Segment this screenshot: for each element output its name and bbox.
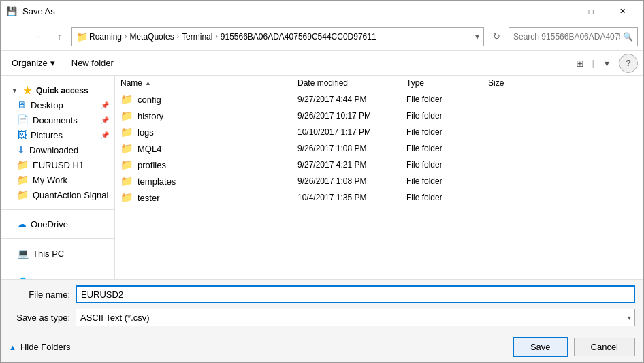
sidebar-item-quantaction[interactable]: 📁 QuantAction Signal <box>1 187 114 202</box>
quick-access-icon: ★ <box>23 85 32 96</box>
network-section: 🌐 Network <box>1 271 114 279</box>
refresh-button[interactable]: ↻ <box>487 27 506 46</box>
forward-button[interactable]: → <box>28 27 47 46</box>
file-type-0: File folder <box>406 95 488 104</box>
close-button[interactable]: ✕ <box>607 1 638 22</box>
search-icon: 🔍 <box>623 32 633 42</box>
file-name-4: profiles <box>138 160 166 170</box>
file-type-4: File folder <box>406 160 488 170</box>
sort-arrow-icon: ▲ <box>145 80 151 86</box>
organize-dropdown-icon: ▾ <box>50 58 55 68</box>
file-name-3: MQL4 <box>138 144 161 154</box>
pin-icon-pictures: 📌 <box>101 131 109 139</box>
sidebar-item-quantaction-label: QuantAction Signal <box>33 190 108 200</box>
organize-label: Organize <box>12 58 48 68</box>
bottom-bar: File name: Save as type: ASCII Text (*.c… <box>1 279 643 362</box>
filename-input[interactable] <box>76 285 635 303</box>
file-type-3: File folder <box>406 144 488 153</box>
table-row[interactable]: 📁MQL4 9/26/2017 1:08 PM File folder <box>115 140 643 157</box>
col-name-label: Name <box>120 78 142 88</box>
folder-icon-quantaction: 📁 <box>17 189 29 200</box>
file-date-1: 9/26/2017 10:17 PM <box>297 111 406 121</box>
thispc-icon: 💻 <box>17 248 29 259</box>
new-folder-button[interactable]: New folder <box>66 55 119 71</box>
action-toolbar: Organize ▾ New folder ⊞ | ▾ ? <box>1 51 643 76</box>
window-icon: 💾 <box>6 6 17 17</box>
sidebar-item-desktop[interactable]: 🖥 Desktop 📌 <box>1 97 114 112</box>
cancel-button[interactable]: Cancel <box>574 338 635 356</box>
sidebar-item-desktop-label: Desktop <box>31 100 63 110</box>
sidebar-divider-3 <box>1 268 114 268</box>
savetype-select[interactable]: ASCII Text (*.csv) <box>76 309 635 326</box>
sidebar-divider-1 <box>1 209 114 210</box>
file-type-5: File folder <box>406 176 488 186</box>
folder-icon-row2: 📁 <box>120 126 133 138</box>
hide-folders-button[interactable]: ▲ Hide Folders <box>9 342 71 352</box>
help-button[interactable]: ? <box>619 54 638 73</box>
file-date-0: 9/27/2017 4:44 PM <box>297 95 406 104</box>
file-list: Name ▲ Date modified Type Size 📁config 9… <box>115 76 643 279</box>
file-date-6: 10/4/2017 1:35 PM <box>297 193 406 202</box>
folder-icon-row1: 📁 <box>120 110 133 122</box>
sidebar-item-onedrive[interactable]: ☁ OneDrive <box>1 217 114 232</box>
folder-icon-row0: 📁 <box>120 93 133 106</box>
file-type-2: File folder <box>406 127 488 137</box>
file-name-0: config <box>138 95 161 105</box>
file-date-3: 9/26/2017 1:08 PM <box>297 144 406 153</box>
table-row[interactable]: 📁profiles 9/27/2017 4:21 PM File folder <box>115 157 643 173</box>
search-input[interactable] <box>513 32 620 42</box>
bottom-actions: ▲ Hide Folders Save Cancel <box>9 332 635 362</box>
col-name-header[interactable]: Name ▲ <box>120 78 297 88</box>
view-separator: | <box>592 58 594 68</box>
col-size-label: Size <box>488 78 504 88</box>
pin-icon-documents: 📌 <box>101 116 109 124</box>
sidebar-item-downloaded-label: Downloaded <box>29 145 78 155</box>
organize-button[interactable]: Organize ▾ <box>6 55 61 71</box>
title-bar: 💾 Save As ─ □ ✕ <box>1 1 643 22</box>
table-row[interactable]: 📁tester 10/4/2017 1:35 PM File folder <box>115 189 643 206</box>
folder-icon-mywork: 📁 <box>17 174 29 185</box>
window-title: Save As <box>22 6 544 16</box>
minimize-button[interactable]: ─ <box>544 1 575 22</box>
sidebar-item-downloaded[interactable]: ⬇ Downloaded <box>1 142 114 157</box>
save-button[interactable]: Save <box>513 337 568 357</box>
sidebar-item-documents[interactable]: 📄 Documents 📌 <box>1 112 114 127</box>
file-date-4: 9/27/2017 4:21 PM <box>297 160 406 170</box>
up-button[interactable]: ↑ <box>50 27 69 46</box>
back-button[interactable]: ← <box>6 27 25 46</box>
filename-row: File name: <box>9 285 635 303</box>
col-type-label: Type <box>406 78 424 88</box>
file-name-5: templates <box>138 176 176 187</box>
file-date-5: 9/26/2017 1:08 PM <box>297 176 406 186</box>
savetype-wrapper: ASCII Text (*.csv) ▾ <box>76 309 635 326</box>
col-type-header[interactable]: Type <box>406 78 488 88</box>
quick-access-header[interactable]: ▼ ★ Quick access <box>1 82 114 97</box>
col-size-header[interactable]: Size <box>488 78 543 88</box>
sidebar-item-documents-label: Documents <box>33 115 78 125</box>
table-row[interactable]: 📁history 9/26/2017 10:17 PM File folder <box>115 108 643 124</box>
desktop-icon: 🖥 <box>17 99 27 110</box>
sidebar-item-mywork[interactable]: 📁 My Work <box>1 172 114 187</box>
sidebar-item-mywork-label: My Work <box>33 175 67 185</box>
table-row[interactable]: 📁logs 10/10/2017 1:17 PM File folder <box>115 124 643 140</box>
thispc-section: 💻 This PC <box>1 242 114 265</box>
sidebar-item-thispc-label: This PC <box>33 249 64 259</box>
sidebar-item-pictures[interactable]: 🖼 Pictures 📌 <box>1 127 114 142</box>
maximize-button[interactable]: □ <box>575 1 607 22</box>
address-dropdown-icon[interactable]: ▾ <box>475 32 479 42</box>
table-row[interactable]: 📁config 9/27/2017 4:44 PM File folder <box>115 91 643 108</box>
file-date-2: 10/10/2017 1:17 PM <box>297 127 406 137</box>
col-date-header[interactable]: Date modified <box>297 78 406 88</box>
save-label: Save <box>530 342 551 352</box>
sidebar-item-eurusd[interactable]: 📁 EURUSD H1 <box>1 157 114 172</box>
view-button[interactable]: ⊞ <box>570 54 590 73</box>
view-dropdown-button[interactable]: ▾ <box>597 54 616 73</box>
documents-icon: 📄 <box>17 114 29 125</box>
toolbar2-right: ⊞ | ▾ ? <box>570 54 638 73</box>
onedrive-icon: ☁ <box>17 219 27 230</box>
onedrive-section: ☁ OneDrive <box>1 212 114 236</box>
file-type-6: File folder <box>406 193 488 202</box>
address-bar[interactable]: 📁 Roaming › MetaQuotes › Terminal › 9155… <box>71 27 484 46</box>
sidebar-item-thispc[interactable]: 💻 This PC <box>1 246 114 261</box>
table-row[interactable]: 📁templates 9/26/2017 1:08 PM File folder <box>115 173 643 189</box>
